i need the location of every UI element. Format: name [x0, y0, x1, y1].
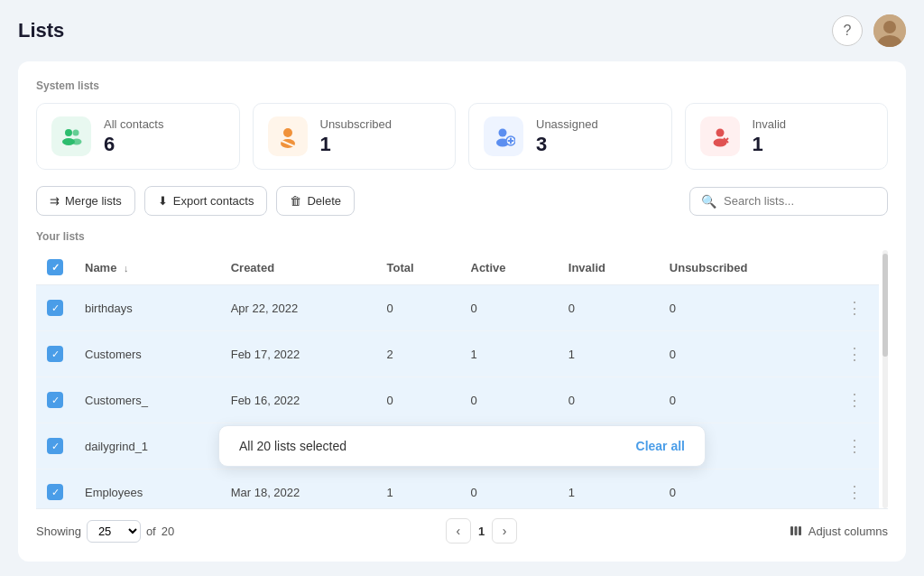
row-menu-button[interactable]: ⋮ — [841, 296, 868, 320]
row-actions[interactable]: ⋮ — [830, 377, 879, 423]
total-label: Total — [387, 261, 414, 274]
help-button[interactable]: ? — [832, 15, 863, 46]
next-page-button[interactable]: › — [492, 518, 517, 543]
row-checkbox-cell[interactable]: ✓ — [36, 331, 74, 377]
row-created: Mar 18, 2022 — [220, 469, 376, 509]
row-unsubscribed: 0 — [659, 469, 830, 509]
export-contacts-button[interactable]: ⬇ Export contacts — [144, 186, 268, 216]
unassigned-card[interactable]: Unassigned 3 — [468, 103, 672, 170]
row-checkbox-cell[interactable]: ✓ — [36, 469, 74, 509]
bulk-selection-text: All 20 lists selected — [239, 439, 346, 453]
avatar[interactable] — [873, 14, 906, 47]
row-total: 0 — [376, 285, 460, 331]
table-row: ✓ Employees Mar 18, 2022 1 0 1 0 ⋮ — [36, 469, 879, 509]
row-active: 0 — [460, 285, 558, 331]
scrollbar-track[interactable] — [882, 250, 888, 508]
adjust-columns-button[interactable]: Adjust columns — [789, 524, 888, 538]
checkmark-icon: ✓ — [51, 348, 60, 360]
row-checkbox-cell[interactable]: ✓ — [36, 377, 74, 423]
row-checkbox[interactable]: ✓ — [47, 484, 63, 500]
svg-point-7 — [283, 128, 292, 137]
row-checkbox-cell[interactable]: ✓ — [36, 285, 74, 331]
svg-point-3 — [65, 129, 72, 136]
row-invalid: 1 — [558, 469, 659, 509]
system-lists: All contacts 6 Unsubscribed 1 — [36, 103, 888, 170]
row-created: Feb 16, 2022 — [220, 377, 376, 423]
row-checkbox[interactable]: ✓ — [47, 392, 63, 408]
delete-label: Delete — [307, 194, 341, 208]
search-box[interactable]: 🔍 — [689, 187, 888, 216]
invalid-info: Invalid 1 — [753, 117, 787, 156]
lists-table: ✓ Name ↓ Created Total — [36, 250, 879, 508]
table-footer: Showing 25 50 100 of 20 ‹ 1 › — [36, 508, 888, 543]
total-column-header[interactable]: Total — [376, 250, 460, 285]
row-checkbox-cell[interactable]: ✓ — [36, 423, 74, 469]
row-checkbox[interactable]: ✓ — [47, 346, 63, 362]
unassigned-icon — [484, 116, 523, 156]
created-label: Created — [231, 261, 274, 274]
table-header-row: ✓ Name ↓ Created Total — [36, 250, 879, 285]
checkmark-icon: ✓ — [51, 441, 60, 452]
invalid-icon — [700, 116, 740, 156]
row-actions[interactable]: ⋮ — [830, 423, 879, 469]
sort-icon: ↓ — [124, 263, 129, 274]
header-icons: ? — [832, 14, 906, 47]
row-total: 2 — [376, 331, 460, 377]
unsubscribed-icon — [268, 116, 308, 156]
row-invalid: 0 — [558, 377, 659, 423]
select-all-checkbox[interactable]: ✓ — [47, 259, 63, 275]
row-menu-button[interactable]: ⋮ — [841, 388, 868, 412]
created-column-header[interactable]: Created — [220, 250, 376, 285]
row-actions[interactable]: ⋮ — [830, 469, 879, 509]
invalid-name: Invalid — [753, 117, 787, 131]
row-checkbox[interactable]: ✓ — [47, 300, 63, 316]
svg-rect-21 — [799, 526, 801, 535]
search-icon: 🔍 — [701, 194, 716, 209]
all-contacts-icon — [51, 116, 91, 156]
row-created: Feb 17, 2022 — [220, 331, 376, 377]
adjust-columns-label: Adjust columns — [808, 525, 888, 538]
row-actions[interactable]: ⋮ — [830, 331, 879, 377]
unsubscribed-info: Unsubscribed 1 — [320, 117, 393, 156]
unassigned-count: 3 — [536, 133, 598, 156]
trash-icon: 🗑 — [290, 194, 301, 208]
row-actions[interactable]: ⋮ — [830, 285, 879, 331]
prev-page-button[interactable]: ‹ — [446, 518, 471, 543]
scrollbar-thumb[interactable] — [882, 254, 888, 357]
export-icon: ⬇ — [158, 194, 168, 208]
active-column-header[interactable]: Active — [460, 250, 558, 285]
unsubscribed-col-label: Unsubscribed — [670, 261, 748, 274]
active-label: Active — [471, 261, 506, 274]
search-input[interactable] — [724, 194, 876, 208]
svg-point-1 — [883, 21, 896, 33]
merge-lists-button[interactable]: ⇉ Merge lists — [36, 186, 135, 216]
clear-all-button[interactable]: Clear all — [636, 439, 685, 453]
row-menu-button[interactable]: ⋮ — [841, 342, 868, 366]
table-container: ✓ Name ↓ Created Total — [36, 250, 888, 508]
adjust-columns-icon — [789, 524, 803, 538]
row-menu-button[interactable]: ⋮ — [841, 434, 868, 458]
per-page-select[interactable]: 25 50 100 — [87, 520, 141, 543]
current-page: 1 — [478, 525, 485, 538]
row-name: birthdays — [74, 285, 220, 331]
invalid-card[interactable]: Invalid 1 — [685, 103, 889, 170]
name-column-header[interactable]: Name ↓ — [74, 250, 220, 285]
checkmark-icon: ✓ — [51, 487, 60, 498]
row-total: 0 — [376, 377, 460, 423]
all-contacts-card[interactable]: All contacts 6 — [36, 103, 240, 170]
row-checkbox[interactable]: ✓ — [47, 438, 63, 454]
row-name: Employees — [74, 469, 220, 509]
unsubscribed-column-header[interactable]: Unsubscribed — [659, 250, 830, 285]
select-all-header[interactable]: ✓ — [36, 250, 74, 285]
row-name: dailygrind_1 — [74, 423, 220, 469]
showing-section: Showing 25 50 100 of 20 — [36, 520, 174, 543]
table-row: ✓ Customers Feb 17, 2022 2 1 1 0 ⋮ — [36, 331, 879, 377]
name-label: Name — [85, 261, 116, 274]
invalid-column-header[interactable]: Invalid — [558, 250, 659, 285]
row-invalid: 1 — [558, 331, 659, 377]
unsubscribed-card[interactable]: Unsubscribed 1 — [253, 103, 457, 170]
delete-button[interactable]: 🗑 Delete — [276, 186, 355, 216]
toolbar: ⇉ Merge lists ⬇ Export contacts 🗑 Delete… — [36, 186, 888, 216]
svg-point-15 — [716, 129, 724, 137]
row-menu-button[interactable]: ⋮ — [841, 480, 868, 504]
